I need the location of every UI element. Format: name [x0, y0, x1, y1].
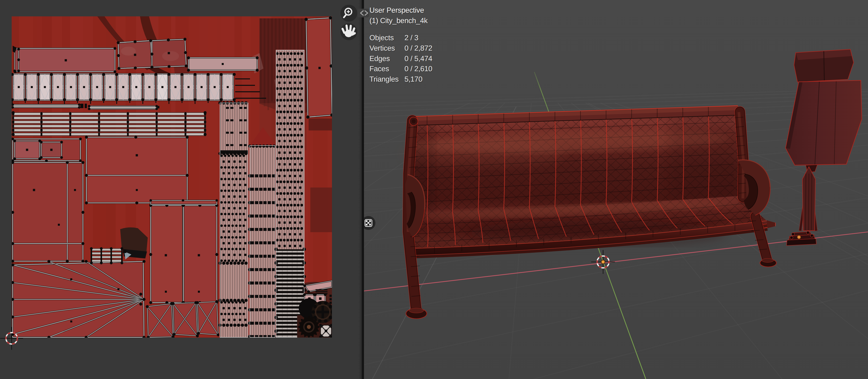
svg-text:Vertices: Vertices: [369, 44, 395, 52]
svg-text:Edges: Edges: [369, 55, 390, 63]
svg-text:2 / 3: 2 / 3: [404, 34, 418, 42]
svg-text:0 / 5,474: 0 / 5,474: [404, 55, 432, 63]
svg-text:5,170: 5,170: [404, 75, 422, 83]
svg-text:Triangles: Triangles: [369, 75, 399, 83]
svg-text:0 / 2,610: 0 / 2,610: [404, 65, 432, 73]
svg-text:User Perspective: User Perspective: [369, 6, 424, 14]
svg-text:(1) City_bench_4k: (1) City_bench_4k: [369, 16, 428, 25]
svg-text:0 / 2,872: 0 / 2,872: [404, 44, 432, 52]
svg-text:Objects: Objects: [369, 34, 394, 42]
svg-text:Faces: Faces: [369, 65, 389, 73]
